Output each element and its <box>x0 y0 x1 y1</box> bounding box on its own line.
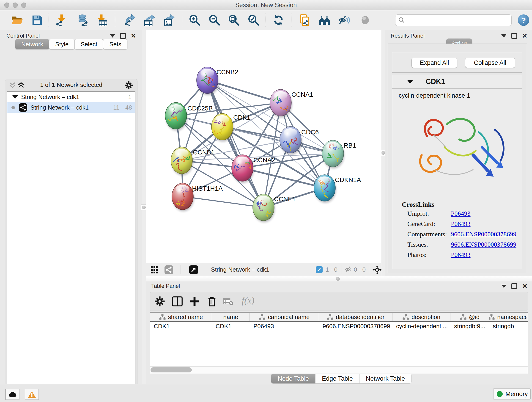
fit-content-crosshair-icon[interactable] <box>373 265 382 274</box>
collapse-entry-icon[interactable] <box>407 80 413 84</box>
tab-node-table[interactable]: Node Table <box>271 374 316 384</box>
horizontal-splitter-handle[interactable] <box>336 277 340 281</box>
panel-float-icon[interactable] <box>511 283 517 289</box>
network-row[interactable]: String Network – cdk1 11 48 <box>7 102 135 113</box>
tab-network[interactable]: Network <box>15 39 49 50</box>
column-header--id[interactable]: @id <box>450 313 489 321</box>
minimize-window-icon[interactable] <box>13 2 18 8</box>
column-header-canonical-name[interactable]: canonical name <box>250 313 319 321</box>
edge-HIST1H1A-CCNE1[interactable] <box>183 196 264 207</box>
node-CDKN1A[interactable] <box>314 175 338 203</box>
panel-close-icon[interactable]: ✕ <box>522 284 527 288</box>
import-table-icon[interactable] <box>95 14 108 26</box>
column-header-database-identifier[interactable]: database identifier <box>319 313 393 321</box>
open-in-window-icon[interactable] <box>189 265 198 274</box>
left-splitter[interactable] <box>142 30 146 384</box>
zoom-window-icon[interactable] <box>21 2 26 8</box>
show-columns-icon[interactable] <box>172 296 183 307</box>
import-network-icon[interactable] <box>55 14 68 26</box>
help-icon[interactable]: ? <box>518 14 529 26</box>
tab-style[interactable]: Style <box>49 39 75 50</box>
crosslink-link[interactable]: 9606.ENSP00000378699 <box>451 241 516 248</box>
table-cell[interactable]: 9606.ENSP00000378699 <box>319 322 393 331</box>
panel-float-icon[interactable] <box>511 33 517 39</box>
export-network-icon[interactable] <box>124 14 136 26</box>
network-collection-row[interactable]: String Network – cdk1 1 <box>7 92 135 102</box>
node-CCNA2[interactable] <box>231 155 254 183</box>
panel-menu-icon[interactable] <box>501 34 506 38</box>
column-header-description[interactable]: description <box>393 313 450 321</box>
tab-sets[interactable]: Sets <box>103 39 127 50</box>
save-session-icon[interactable] <box>31 14 43 26</box>
delete-column-icon[interactable] <box>206 296 217 307</box>
table-header-row[interactable]: shared namenamecanonical namedatabase id… <box>150 313 528 322</box>
crosslink-link[interactable]: 9606.ENSP00000378699 <box>451 230 516 238</box>
crosslink-link[interactable]: P06493 <box>451 210 471 217</box>
window-controls[interactable] <box>4 2 26 8</box>
panel-close-icon[interactable]: ✕ <box>131 34 136 38</box>
node-CCNE1[interactable] <box>253 194 275 222</box>
network-canvas[interactable]: CCNB2CCNA1CDC25BCDK1CDC6RB1CCNB1CCNA2CDK… <box>146 30 381 263</box>
network-options-gear-icon[interactable] <box>124 81 133 89</box>
expand-all-button[interactable]: Expand All <box>412 58 457 68</box>
node-HIST1H1A[interactable] <box>172 183 194 211</box>
crosslink-link[interactable]: P06493 <box>451 220 471 228</box>
scrollbar-thumb[interactable] <box>151 367 192 372</box>
add-column-icon[interactable] <box>189 296 200 307</box>
horizontal-splitter[interactable] <box>146 276 532 282</box>
tab-network-table[interactable]: Network Table <box>359 374 412 384</box>
refresh-icon[interactable] <box>272 14 285 26</box>
node-CDC6[interactable] <box>280 127 302 155</box>
node-detail-header[interactable]: CDK1 <box>392 75 522 89</box>
zoom-selected-icon[interactable] <box>247 14 260 26</box>
node-CDC25B[interactable] <box>165 99 187 131</box>
warning-button[interactable] <box>25 389 39 400</box>
import-database-icon[interactable] <box>76 14 89 26</box>
table-cell[interactable]: stringdb:9... <box>450 322 489 331</box>
node-CCNB2[interactable] <box>196 67 219 95</box>
table-cell[interactable]: P06493 <box>250 322 319 331</box>
tab-edge-table[interactable]: Edge Table <box>315 374 360 384</box>
panel-menu-icon[interactable] <box>501 285 506 288</box>
collapse-all-button[interactable]: Collapse All <box>465 58 515 68</box>
export-table-icon[interactable] <box>143 14 156 26</box>
table-options-gear-icon[interactable] <box>154 296 165 307</box>
zoom-out-icon[interactable] <box>208 14 221 26</box>
column-header-name[interactable]: name <box>212 313 250 321</box>
table-row[interactable]: CDK1CDK1P064939606.ENSP00000378699cyclin… <box>150 322 528 331</box>
node-CCNB1[interactable] <box>171 147 193 175</box>
zoom-fit-icon[interactable] <box>228 14 240 26</box>
cloud-button[interactable] <box>5 389 19 400</box>
table-horizontal-scrollbar[interactable] <box>150 366 528 374</box>
birdseye-grid-icon[interactable] <box>151 266 158 274</box>
table-cell[interactable]: stringdb <box>489 322 527 331</box>
table-cell[interactable]: cyclin-dependent ... <box>393 322 450 331</box>
collection-expand-icon[interactable] <box>12 95 18 99</box>
tab-select[interactable]: Select <box>75 39 103 50</box>
network-graph[interactable]: CCNB2CCNA1CDC25BCDK1CDC6RB1CCNB1CCNA2CDK… <box>146 30 381 263</box>
panel-close-icon[interactable]: ✕ <box>522 34 527 38</box>
open-session-icon[interactable] <box>11 14 23 26</box>
column-header-shared-name[interactable]: shared name <box>150 313 212 321</box>
zoom-in-icon[interactable] <box>189 14 201 26</box>
table-cell[interactable]: CDK1 <box>150 322 212 331</box>
show-all-icon[interactable] <box>359 14 371 26</box>
selected-nodes-checkbox[interactable]: ✓ <box>316 266 323 273</box>
memory-button[interactable]: Memory <box>493 389 531 400</box>
node-CCNA1[interactable] <box>267 89 292 118</box>
network-share-icon[interactable] <box>165 265 173 274</box>
panel-float-icon[interactable] <box>120 33 126 39</box>
search-input[interactable] <box>407 16 509 25</box>
export-image-icon[interactable] <box>163 14 175 26</box>
node-CDK1[interactable] <box>209 114 234 142</box>
close-window-icon[interactable] <box>4 2 9 8</box>
hide-selected-icon[interactable] <box>338 14 351 26</box>
panel-menu-icon[interactable] <box>110 34 115 38</box>
crosslink-link[interactable]: P06493 <box>451 251 471 259</box>
node-RB1[interactable] <box>322 140 344 168</box>
search-box[interactable] <box>395 14 512 26</box>
column-header-namespace[interactable]: namespace <box>489 313 527 321</box>
first-neighbors-icon[interactable] <box>318 14 331 26</box>
table-cell[interactable]: CDK1 <box>212 322 250 331</box>
copy-network-icon[interactable] <box>298 14 311 26</box>
